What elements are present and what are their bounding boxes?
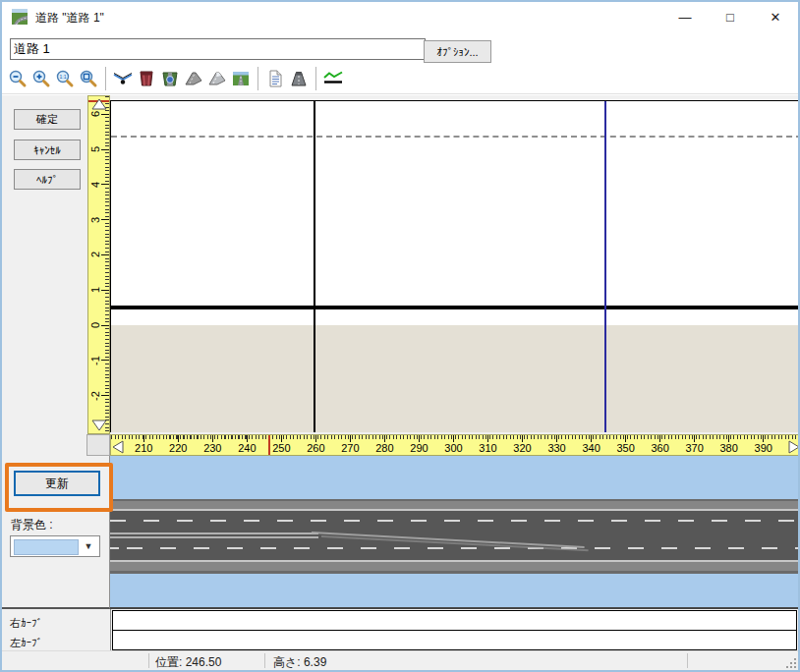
vertical-ruler[interactable]: 6543210-1-2: [87, 95, 110, 434]
x-major-tick: [212, 435, 213, 442]
ruler-scroll-right-icon[interactable]: [788, 440, 800, 454]
toolbar-separator: [315, 67, 316, 90]
road-texture-view-icon[interactable]: [158, 67, 182, 90]
y-major-tick: [101, 184, 109, 185]
status-bar: 位置: 246.50 高さ: 6.39: [2, 650, 798, 670]
report-document-icon[interactable]: [263, 67, 287, 90]
status-separator: [264, 653, 265, 668]
road-editor-window: 道路 "道路 1" — □ ✕ ｵﾌﾟｼｮﾝ... 1:1: [0, 0, 800, 672]
zoom-out-icon[interactable]: [6, 67, 29, 90]
x-major-tick: [384, 435, 385, 442]
road-gray-view-icon[interactable]: [182, 67, 205, 90]
road-asphalt: [110, 511, 800, 560]
toolbar: 1:1: [2, 63, 798, 94]
x-tick-label: 260: [303, 442, 328, 454]
background-color-dropdown[interactable]: ▼: [10, 535, 100, 557]
road-preview: [110, 456, 800, 609]
cancel-button[interactable]: ｷｬﾝｾﾙ: [14, 140, 81, 160]
road-light-view-icon[interactable]: [205, 67, 229, 90]
x-tick-label: 310: [476, 442, 501, 454]
update-button[interactable]: 更新: [14, 471, 100, 496]
y-tick-label: 2: [89, 248, 101, 261]
resize-grip[interactable]: [786, 658, 796, 668]
x-major-tick: [591, 435, 592, 442]
options-button[interactable]: ｵﾌﾟｼｮﾝ...: [424, 40, 491, 63]
status-height: 高さ: 6.39: [273, 654, 326, 671]
x-tick-label: 220: [165, 442, 191, 454]
x-tick-label: 370: [682, 442, 708, 454]
x-major-tick: [763, 435, 764, 442]
status-separator: [687, 653, 688, 668]
segment-marker-2[interactable]: [604, 101, 606, 432]
y-major-tick: [101, 149, 109, 150]
center-line-1: [110, 532, 318, 534]
profile-chart[interactable]: [110, 100, 800, 432]
x-tick-label: 380: [716, 442, 742, 454]
x-major-tick: [694, 435, 695, 442]
background-color-label: 背景色 :: [11, 517, 53, 533]
lane-dash-line-upper: [110, 520, 800, 522]
toolbar-separator: [105, 67, 106, 90]
color-swatch: [14, 539, 79, 555]
x-tick-label: 250: [268, 442, 294, 454]
ground-fill: [111, 325, 800, 432]
x-tick-label: 390: [751, 442, 776, 454]
y-major-tick: [101, 360, 109, 361]
road-red-view-icon[interactable]: [135, 67, 158, 90]
title-bar: 道路 "道路 1" — □ ✕: [2, 2, 798, 31]
x-major-tick: [556, 435, 557, 442]
x-tick-label: 240: [234, 442, 259, 454]
x-major-tick: [522, 435, 523, 442]
right-curve-field[interactable]: [112, 610, 797, 631]
x-tick-label: 360: [648, 442, 673, 454]
chevron-down-icon[interactable]: ▼: [80, 538, 97, 554]
y-major-tick: [101, 254, 109, 255]
y-major-tick: [101, 290, 109, 291]
x-major-tick: [659, 435, 660, 442]
x-tick-label: 290: [406, 442, 431, 454]
road-profile-line[interactable]: [111, 306, 800, 309]
window-title: 道路 "道路 1": [35, 10, 104, 27]
x-tick-label: 210: [131, 442, 156, 454]
lane-dash-line-lower: [110, 547, 800, 549]
minimize-button[interactable]: —: [662, 2, 708, 31]
y-tick-label: 4: [89, 178, 101, 192]
y-major-tick: [101, 219, 109, 220]
x-tick-label: 280: [371, 442, 397, 454]
x-tick-label: 320: [510, 442, 536, 454]
zoom-fit-icon[interactable]: [77, 67, 100, 90]
road-edge-bottom: [110, 571, 800, 574]
road-shoulder-bottom: [110, 562, 800, 571]
ruler-scroll-up-icon[interactable]: [91, 98, 107, 110]
zoom-1to1-icon[interactable]: 1:1: [53, 67, 77, 90]
y-tick-label: -2: [89, 389, 101, 403]
x-major-tick: [315, 435, 316, 442]
left-curve-field[interactable]: [112, 630, 797, 650]
y-tick-label: -1: [89, 354, 101, 367]
x-major-tick: [487, 435, 488, 442]
status-separator: [148, 653, 149, 668]
toolbar-separator: [257, 67, 258, 90]
help-button[interactable]: ﾍﾙﾌﾟ: [14, 169, 81, 190]
x-tick-label: 270: [337, 442, 363, 454]
profile-curve-icon[interactable]: [321, 67, 345, 90]
y-tick-label: 1: [89, 283, 101, 297]
ruler-scroll-down-icon[interactable]: [91, 420, 107, 431]
zoom-in-icon[interactable]: [29, 67, 53, 90]
road-solid-view-icon[interactable]: [287, 67, 311, 90]
ruler-scroll-left-icon[interactable]: [112, 440, 124, 454]
maximize-button[interactable]: □: [708, 2, 753, 31]
close-button[interactable]: ✕: [753, 2, 798, 31]
y-major-tick: [101, 325, 109, 326]
x-tick-label: 300: [440, 442, 466, 454]
y-tick-label: 0: [89, 318, 101, 332]
road-landscape-view-icon[interactable]: [229, 67, 253, 90]
x-major-tick: [247, 435, 248, 442]
confirm-button[interactable]: 確定: [14, 109, 81, 130]
segment-marker-1[interactable]: [314, 101, 315, 432]
curve-rows: 右ｶｰﾌﾞ 左ｶｰﾌﾞ: [2, 609, 798, 650]
road-name-input[interactable]: [10, 38, 426, 60]
cross-section-view-icon[interactable]: [111, 67, 135, 90]
position-cursor-marker[interactable]: [268, 435, 270, 455]
horizontal-ruler[interactable]: 2102202302402502602702802903003103203303…: [110, 434, 800, 456]
